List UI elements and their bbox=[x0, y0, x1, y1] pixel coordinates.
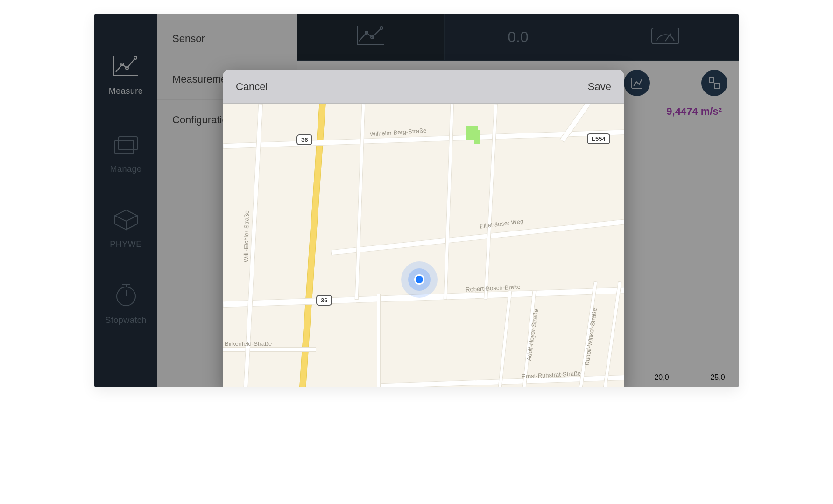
map-road-label: Elliehäuser Weg bbox=[479, 217, 524, 230]
map-road bbox=[444, 104, 454, 300]
map-road bbox=[377, 294, 381, 387]
map-road bbox=[498, 290, 512, 387]
map-route-shield: 36 bbox=[316, 295, 332, 306]
map-route-shield: 36 bbox=[296, 134, 312, 145]
map-road-label: Birkenfeld-Straße bbox=[225, 340, 272, 347]
map-road-label: Willi-Eichler-Straße bbox=[242, 210, 250, 262]
map-road bbox=[331, 219, 624, 256]
map-road bbox=[484, 104, 498, 300]
map-view[interactable]: 36 L554 36 Wilhelm-Berg-Straße Elliehäus… bbox=[223, 104, 624, 387]
modal-header: Cancel Save bbox=[223, 70, 624, 104]
map-road bbox=[355, 104, 366, 300]
cancel-button[interactable]: Cancel bbox=[236, 81, 268, 93]
map-green-area bbox=[474, 130, 480, 144]
save-button[interactable]: Save bbox=[588, 81, 611, 93]
map-road bbox=[602, 281, 621, 387]
current-location-marker bbox=[401, 261, 438, 298]
location-picker-modal: Cancel Save bbox=[223, 70, 624, 387]
map-route-shield: L554 bbox=[587, 133, 610, 144]
map-road bbox=[223, 347, 316, 352]
map-road-label: Rudolf-Winkel-Straße bbox=[583, 308, 598, 366]
app-window: Measure Manage PHYWE bbox=[94, 14, 739, 387]
